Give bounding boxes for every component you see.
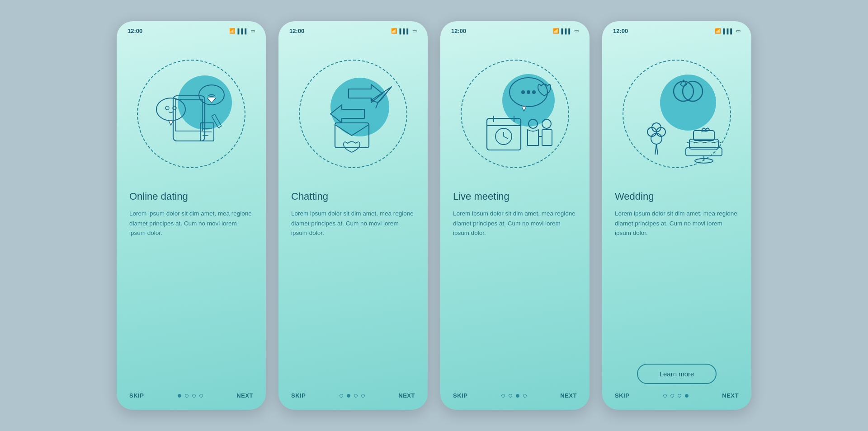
- dot-2-3: [354, 394, 358, 398]
- desc-chatting: Lorem ipsum dolor sit dim amet, mea regi…: [291, 209, 415, 384]
- illustration-svg-3: [456, 55, 574, 173]
- status-time-2: 12:00: [289, 28, 304, 34]
- screen-live-meeting: 12:00 📶 ▌▌▌ ▭: [440, 21, 590, 410]
- title-live-meeting: Live meeting: [453, 191, 577, 202]
- nav-2: SKIP NEXT: [278, 384, 428, 410]
- status-bar-1: 12:00 📶 ▌▌▌ ▭: [117, 21, 266, 37]
- nav-4: SKIP NEXT: [602, 384, 751, 410]
- next-button-4[interactable]: NEXT: [722, 392, 739, 399]
- dot-1-4: [199, 394, 203, 398]
- dot-2-2: [347, 394, 350, 398]
- dot-2-1: [340, 394, 343, 398]
- desc-live-meeting: Lorem ipsum dolor sit dim amet, mea regi…: [453, 209, 577, 384]
- wifi-icon-3: 📶: [553, 28, 559, 34]
- title-wedding: Wedding: [615, 191, 739, 202]
- wifi-icon-2: 📶: [391, 28, 397, 34]
- svg-line-44: [656, 144, 658, 155]
- skip-button-4[interactable]: SKIP: [615, 392, 629, 399]
- signal-icon-1: ▌▌▌: [238, 28, 248, 34]
- next-button-2[interactable]: NEXT: [398, 392, 415, 399]
- illustration-svg-4: [618, 55, 736, 173]
- signal-icon-4: ▌▌▌: [723, 28, 734, 34]
- screen-online-dating: 12:00 📶 ▌▌▌ ▭: [117, 21, 266, 410]
- svg-point-22: [527, 90, 530, 94]
- desc-wedding: Lorem ipsum dolor sit dim amet, mea regi…: [615, 209, 739, 356]
- nav-dots-3: [501, 394, 527, 398]
- dot-4-2: [670, 394, 674, 398]
- svg-point-21: [521, 90, 525, 94]
- content-chatting: Chatting Lorem ipsum dolor sit dim amet,…: [278, 186, 428, 384]
- svg-point-4: [165, 106, 169, 110]
- status-icons-2: 📶 ▌▌▌ ▭: [391, 28, 417, 34]
- nav-dots-1: [178, 394, 203, 398]
- title-chatting: Chatting: [291, 191, 415, 202]
- dot-4-3: [678, 394, 681, 398]
- content-live-meeting: Live meeting Lorem ipsum dolor sit dim a…: [440, 186, 590, 384]
- status-time-4: 12:00: [613, 28, 628, 34]
- status-icons-3: 📶 ▌▌▌ ▭: [553, 28, 579, 34]
- dot-1-1: [178, 394, 181, 398]
- next-button-1[interactable]: NEXT: [236, 392, 253, 399]
- status-icons-4: 📶 ▌▌▌ ▭: [715, 28, 741, 34]
- nav-3: SKIP NEXT: [440, 384, 590, 410]
- illustration-svg-1: [132, 55, 250, 173]
- wifi-icon-1: 📶: [229, 28, 236, 34]
- dot-3-4: [523, 394, 527, 398]
- dot-3-2: [509, 394, 512, 398]
- battery-icon-4: ▭: [736, 28, 741, 34]
- dot-1-3: [192, 394, 196, 398]
- nav-dots-4: [663, 394, 689, 398]
- skip-button-3[interactable]: SKIP: [453, 392, 467, 399]
- dot-3-1: [501, 394, 505, 398]
- dot-4-4: [685, 394, 689, 398]
- screens-container: 12:00 📶 ▌▌▌ ▭: [117, 21, 751, 410]
- status-time-3: 12:00: [451, 28, 466, 34]
- svg-point-39: [651, 133, 662, 144]
- dot-1-2: [185, 394, 189, 398]
- dot-3-3: [516, 394, 519, 398]
- status-icons-1: 📶 ▌▌▌ ▭: [229, 28, 255, 34]
- dot-4-1: [663, 394, 667, 398]
- content-online-dating: Online dating Lorem ipsum dolor sit dim …: [117, 186, 266, 384]
- svg-rect-33: [542, 130, 552, 145]
- battery-icon-3: ▭: [574, 28, 579, 34]
- illustration-online-dating: [117, 42, 266, 186]
- next-button-3[interactable]: NEXT: [560, 392, 577, 399]
- content-wedding: Wedding Lorem ipsum dolor sit dim amet, …: [602, 186, 751, 384]
- skip-button-1[interactable]: SKIP: [129, 392, 144, 399]
- svg-point-32: [542, 119, 551, 128]
- desc-online-dating: Lorem ipsum dolor sit dim amet, mea regi…: [129, 209, 253, 384]
- status-bar-2: 12:00 📶 ▌▌▌ ▭: [278, 21, 428, 37]
- illustration-svg-2: [294, 55, 412, 173]
- skip-button-2[interactable]: SKIP: [291, 392, 306, 399]
- status-time-1: 12:00: [127, 28, 142, 34]
- battery-icon-2: ▭: [412, 28, 417, 34]
- illustration-wedding: [602, 42, 751, 186]
- svg-line-30: [504, 136, 508, 139]
- screen-wedding: 12:00 📶 ▌▌▌ ▭: [602, 21, 751, 410]
- title-online-dating: Online dating: [129, 191, 253, 202]
- wifi-icon-4: 📶: [715, 28, 721, 34]
- screen-chatting: 12:00 📶 ▌▌▌ ▭: [278, 21, 428, 410]
- signal-icon-2: ▌▌▌: [400, 28, 410, 34]
- learn-more-button[interactable]: Learn more: [637, 364, 717, 384]
- illustration-chatting: [278, 42, 428, 186]
- dot-2-4: [361, 394, 365, 398]
- status-bar-4: 12:00 📶 ▌▌▌ ▭: [602, 21, 751, 37]
- status-bar-3: 12:00 📶 ▌▌▌ ▭: [440, 21, 590, 37]
- signal-icon-3: ▌▌▌: [561, 28, 572, 34]
- nav-dots-2: [340, 394, 365, 398]
- illustration-live-meeting: [440, 42, 590, 186]
- battery-icon-1: ▭: [250, 28, 255, 34]
- nav-1: SKIP NEXT: [117, 384, 266, 410]
- svg-point-23: [532, 90, 536, 94]
